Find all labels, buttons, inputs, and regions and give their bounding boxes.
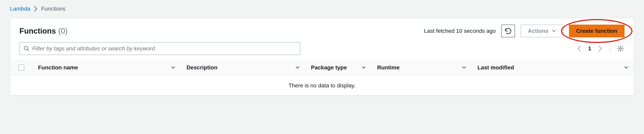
pager-prev-button[interactable] <box>575 45 583 53</box>
breadcrumb: Lambda Functions <box>0 0 644 16</box>
actions-dropdown-button[interactable]: Actions <box>520 25 563 37</box>
gear-icon <box>617 45 624 52</box>
settings-button[interactable] <box>616 45 624 53</box>
panel-header: Functions (0) Last fetched 10 seconds ag… <box>10 18 634 42</box>
sort-icon <box>296 66 300 69</box>
search-input[interactable] <box>32 45 296 52</box>
create-function-button[interactable]: Create function <box>569 25 624 37</box>
refresh-icon <box>504 27 512 35</box>
actions-label: Actions <box>528 28 548 34</box>
sort-icon <box>171 66 175 69</box>
column-function-name-label: Function name <box>38 65 78 71</box>
chevron-right-icon <box>34 6 38 12</box>
refresh-button[interactable] <box>501 25 515 37</box>
pager-current-page: 1 <box>588 45 591 52</box>
breadcrumb-root-link[interactable]: Lambda <box>10 5 30 12</box>
sort-icon <box>624 66 628 69</box>
column-function-name[interactable]: Function name <box>32 60 181 75</box>
column-package-type-label: Package type <box>311 65 347 71</box>
panel-title-count: (0) <box>58 27 68 35</box>
search-box[interactable] <box>20 42 300 55</box>
column-runtime-label: Runtime <box>377 65 400 71</box>
column-last-modified[interactable]: Last modified <box>472 60 634 75</box>
column-description[interactable]: Description <box>181 60 305 75</box>
empty-state-text: There is no data to display. <box>288 82 356 89</box>
pager-next-button[interactable] <box>596 45 604 53</box>
table-header-row: Function name Description Package type R… <box>10 60 634 75</box>
column-package-type[interactable]: Package type <box>305 60 371 75</box>
column-runtime[interactable]: Runtime <box>371 60 472 75</box>
pager: 1 <box>575 44 624 53</box>
svg-point-1 <box>620 48 621 49</box>
pager-divider <box>610 44 610 53</box>
create-function-highlight: Create function <box>569 25 624 37</box>
column-select-all <box>10 60 32 75</box>
sort-icon <box>462 66 466 69</box>
filter-row: 1 <box>10 42 634 60</box>
create-function-label: Create function <box>576 28 617 34</box>
caret-down-icon <box>552 30 556 32</box>
select-all-checkbox[interactable] <box>18 65 24 70</box>
panel-title: Functions (0) <box>20 27 68 35</box>
last-fetched-text: Last fetched 10 seconds ago <box>424 28 496 34</box>
column-description-label: Description <box>186 65 218 71</box>
column-last-modified-label: Last modified <box>478 65 514 71</box>
breadcrumb-current: Functions <box>41 5 66 12</box>
panel-title-text: Functions <box>20 27 56 35</box>
sort-icon <box>362 66 366 69</box>
search-icon <box>24 46 30 52</box>
functions-panel: Functions (0) Last fetched 10 seconds ag… <box>10 18 634 96</box>
empty-state: There is no data to display. <box>10 75 634 95</box>
